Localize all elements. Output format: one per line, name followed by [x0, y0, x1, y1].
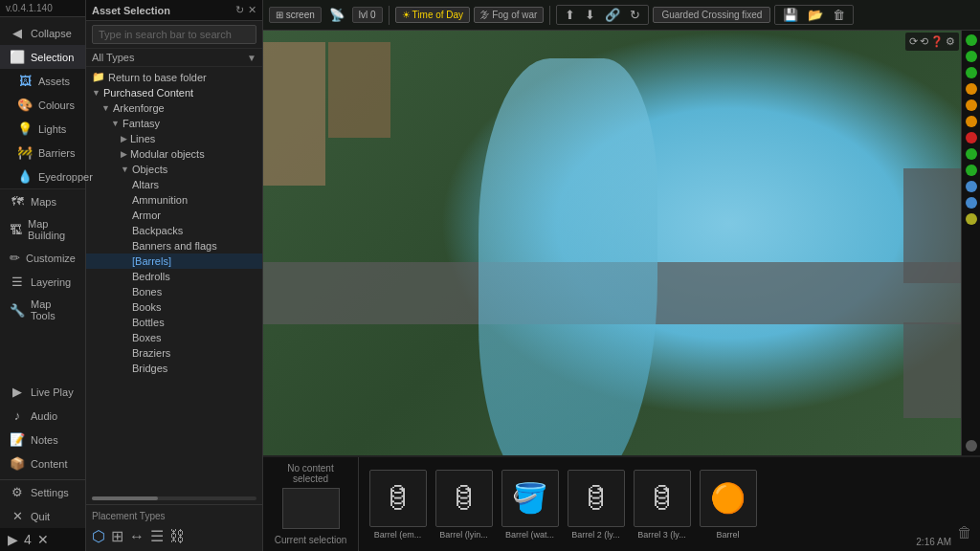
right-dot-1[interactable] [966, 34, 977, 46]
open-icon[interactable]: 📂 [804, 6, 827, 24]
cluster-icon-2[interactable]: ⟲ [920, 35, 928, 48]
filter-bar[interactable]: All Types ▼ [86, 49, 262, 67]
assets-icon: 🖼 [17, 74, 33, 88]
right-dot-8[interactable] [966, 148, 977, 160]
sidebar-subitem-lights[interactable]: 💡 Lights [10, 117, 85, 141]
barrel-items-row: 🛢 Barrel (em... 🛢 Barrel (lyin... 🪣 Barr… [359, 457, 980, 551]
tree-armor[interactable]: Armor [86, 208, 262, 223]
tree-lines[interactable]: ▶ Lines [86, 131, 262, 146]
right-dot-11[interactable] [966, 197, 977, 209]
fog-of-war-button[interactable]: 🌫 Fog of war [474, 7, 544, 23]
placement-single-icon[interactable]: ⬡ [92, 527, 105, 545]
tree-bedrolls[interactable]: Bedrolls [86, 269, 262, 284]
guarded-button[interactable]: Guarded Crossing fixed [653, 7, 770, 23]
sidebar-item-quit[interactable]: ✕ Quit [0, 504, 85, 528]
map-building-icon: 🏗 [10, 223, 22, 237]
folder-up-icon: 📁 [92, 71, 105, 83]
tree-backpacks[interactable]: Backpacks [86, 223, 262, 238]
barrel-item-0[interactable]: 🛢 Barrel (em... [367, 470, 429, 540]
level-display[interactable]: lvl 0 [352, 7, 383, 23]
tree-altars[interactable]: Altars [86, 177, 262, 192]
sidebar-item-notes[interactable]: 📝 Notes [0, 428, 85, 452]
barrel-item-4[interactable]: 🛢 Barrel 3 (ly... [631, 470, 693, 540]
tree-boxes[interactable]: Boxes [86, 330, 262, 345]
placement-fill-icon[interactable]: ☰ [150, 527, 164, 545]
time-display: 2:16 AM [916, 537, 951, 547]
sidebar-nav: ◀ Collapse ⬜ Selection 🖼 Assets 🎨 Colour… [0, 17, 85, 479]
level-button[interactable]: 4 [24, 532, 32, 547]
tree-ammunition[interactable]: Ammunition [86, 192, 262, 208]
right-dot-2[interactable] [966, 51, 977, 62]
tree-books[interactable]: Books [86, 299, 262, 315]
search-input[interactable] [92, 25, 256, 44]
right-dot-3[interactable] [966, 67, 977, 78]
placement-link-icon[interactable]: ⛓ [169, 528, 185, 545]
bedrolls-label: Bedrolls [132, 271, 170, 282]
tree-arkenforge[interactable]: ▼ Arkenforge [86, 100, 262, 116]
tree-scrollbar[interactable] [86, 493, 262, 504]
sidebar-subitem-colours[interactable]: 🎨 Colours [10, 93, 85, 117]
right-dot-6[interactable] [966, 116, 977, 127]
barrel-item-1[interactable]: 🛢 Barrel (lyin... [433, 470, 495, 540]
tree-bridges[interactable]: Bridges [86, 361, 262, 376]
books-label: Books [132, 301, 162, 313]
purchased-content[interactable]: ▼ Purchased Content [86, 85, 262, 100]
play-button[interactable]: ▶ [8, 532, 18, 547]
return-to-base[interactable]: 📁 Return to base folder [86, 69, 262, 85]
delete-icon[interactable]: 🗑 [829, 6, 849, 24]
sidebar-subitem-barriers[interactable]: 🚧 Barriers [10, 141, 85, 165]
sidebar-item-settings[interactable]: ⚙ Settings [0, 480, 85, 504]
tree-fantasy[interactable]: ▼ Fantasy [86, 116, 262, 131]
sidebar-item-content[interactable]: 📦 Content [0, 452, 85, 475]
save-icon[interactable]: 💾 [779, 6, 802, 24]
placement-grid-icon[interactable]: ⊞ [111, 527, 123, 545]
export-icon-2[interactable]: ⬇ [581, 6, 599, 24]
right-dot-5[interactable] [966, 99, 977, 111]
sidebar-item-live-play[interactable]: ▶ Live Play [0, 380, 85, 404]
sidebar-item-audio[interactable]: ♪ Audio [0, 404, 85, 428]
tree-bones[interactable]: Bones [86, 284, 262, 299]
tree-bottles[interactable]: Bottles [86, 315, 262, 330]
right-dot-12[interactable] [966, 213, 977, 225]
tree-modular[interactable]: ▶ Modular objects [86, 146, 262, 162]
barrel-label-2: Barrel (wat... [505, 530, 554, 540]
placement-line-icon[interactable]: ↔ [129, 528, 145, 545]
time-of-day-button[interactable]: ☀ Time of Day [395, 7, 471, 23]
barrel-item-2[interactable]: 🪣 Barrel (wat... [499, 470, 561, 540]
main-map-area[interactable]: ⊞ screen 📡 lvl 0 ☀ Time of Day 🌫 Fog of … [263, 0, 980, 551]
sidebar-item-map-tools[interactable]: 🔧 Map Tools [0, 294, 85, 326]
cluster-icon-4[interactable]: ⚙ [946, 35, 955, 48]
tree-barrels[interactable]: [Barrels] [86, 253, 262, 269]
barrel-item-5[interactable]: 🟠 Barrel [697, 470, 759, 540]
sidebar-item-maps[interactable]: 🗺 Maps [0, 189, 85, 213]
sidebar-item-layering[interactable]: ☰ Layering [0, 270, 85, 294]
cluster-icon-3[interactable]: ❓ [930, 35, 944, 48]
tree-braziers[interactable]: Braziers [86, 345, 262, 361]
sidebar-item-map-building[interactable]: 🏗 Map Building [0, 213, 85, 246]
export-icon-3[interactable]: 🔗 [601, 6, 624, 24]
close-play-button[interactable]: ✕ [37, 532, 49, 547]
right-dot-9[interactable] [966, 165, 977, 176]
right-dot-10[interactable] [966, 181, 977, 192]
sidebar-item-selection[interactable]: ⬜ Selection [0, 45, 85, 69]
barrel-item-3[interactable]: 🛢 Barrel 2 (ly... [565, 470, 627, 540]
bottom-delete-icon[interactable]: 🗑 [957, 524, 972, 541]
stream-icon[interactable]: 📡 [325, 6, 348, 24]
export-icon-1[interactable]: ⬆ [561, 6, 579, 24]
right-dot-13[interactable] [966, 440, 977, 452]
sidebar-subitem-assets[interactable]: 🖼 Assets [10, 69, 85, 93]
tree-banners[interactable]: Banners and flags [86, 238, 262, 253]
sidebar-item-collapse[interactable]: ◀ Collapse [0, 21, 85, 45]
cluster-icon-1[interactable]: ⟳ [909, 35, 918, 48]
export-icon-4[interactable]: ↻ [626, 6, 644, 24]
sidebar-subitem-eyedropper[interactable]: 💧 Eyedropper [10, 165, 85, 188]
sidebar-item-customize[interactable]: ✏ Customize [0, 246, 85, 270]
close-panel-icon[interactable]: ✕ [248, 4, 256, 16]
time-of-day-label: Time of Day [412, 10, 464, 20]
screen-button[interactable]: ⊞ screen [269, 7, 322, 23]
refresh-icon[interactable]: ↻ [235, 4, 244, 16]
sidebar-label-collapse: Collapse [31, 28, 72, 39]
tree-objects[interactable]: ▼ Objects [86, 162, 262, 177]
right-dot-4[interactable] [966, 83, 977, 95]
right-dot-7[interactable] [966, 132, 977, 143]
